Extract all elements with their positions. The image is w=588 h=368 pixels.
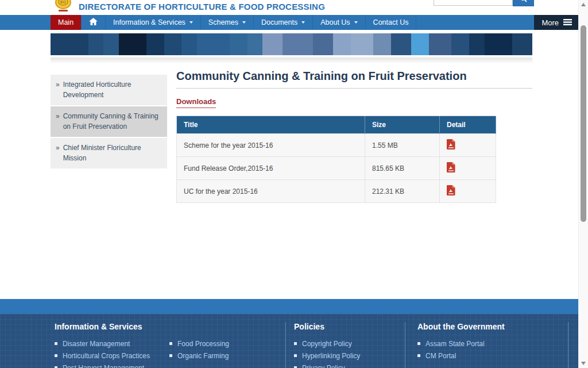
column-header-title: Title (177, 116, 365, 134)
banner-band (313, 33, 333, 55)
sidebar-item-label: Integrated Horticulture Development (63, 79, 163, 100)
banner-band (429, 33, 452, 55)
government-emblem-icon: EO (54, 0, 72, 13)
more-label: More (541, 18, 559, 27)
banner-band (88, 33, 103, 55)
column-header-detail: Detail (440, 116, 496, 134)
scroll-up-arrow-icon[interactable] (581, 3, 586, 6)
square-bullet-icon (169, 342, 172, 345)
square-bullet-icon (294, 354, 297, 357)
scroll-down-arrow-icon[interactable] (581, 362, 586, 365)
footer-link-label: Copyright Policy (302, 340, 352, 348)
banner-band (230, 33, 247, 55)
sidebar-item-community-canning-training-on-fruit-preservation[interactable]: »Community Canning & Training on Fruit P… (51, 106, 167, 137)
banner-band (197, 33, 230, 55)
banner-band (373, 33, 391, 55)
banner-band (164, 33, 182, 55)
footer-section-policies: PoliciesCopyright PolicyHyperlinking Pol… (286, 322, 405, 368)
footer-link-column: Disaster ManagementHorticultural Crops P… (55, 338, 169, 368)
banner-band (181, 33, 196, 55)
nav-item-contact-us[interactable]: Contact Us (365, 15, 417, 30)
nav-item-schemes[interactable]: Schemes (200, 15, 253, 30)
page-title: Community Canning & Training on Fruit Pr… (176, 70, 532, 89)
pdf-icon[interactable] (447, 139, 455, 150)
footer-link-organic-farming[interactable]: Organic Farming (169, 350, 284, 362)
footer-link-label: Disaster Management (63, 340, 130, 348)
nav-item-about-us[interactable]: About Us (312, 15, 365, 30)
downloads-heading: Downloads (176, 97, 216, 108)
sidebar-item-label: Community Canning & Training on Fruit Pr… (63, 111, 163, 132)
more-button[interactable]: More (534, 15, 578, 30)
table-row: Fund Release Order,2015-16815.65 KB (177, 157, 496, 180)
footer-link-label: Post Harvest Management (63, 364, 144, 368)
chevron-down-icon (242, 21, 246, 24)
double-chevron-icon: » (56, 111, 60, 132)
banner-band (451, 33, 469, 55)
banner-band (119, 33, 146, 55)
footer-link-columns: Copyright PolicyHyperlinking PolicyPriva… (294, 338, 405, 368)
footer-link-food-processing[interactable]: Food Processing (169, 338, 284, 350)
chevron-down-icon (301, 21, 305, 24)
nav-item-label: About Us (320, 18, 350, 26)
main-navbar: MainInformation & ServicesSchemesDocumen… (0, 15, 578, 30)
table-row: Scheme for the year 2015-161.55 MB (177, 134, 496, 157)
downloads-table: TitleSizeDetail Scheme for the year 2015… (176, 116, 496, 203)
banner-band (411, 33, 429, 55)
footer-link-label: Organic Farming (177, 352, 229, 360)
sidebar-item-label: Chief Minister Floriculture Mission (63, 143, 163, 163)
sidebar-item-chief-minister-floriculture-mission[interactable]: »Chief Minister Floriculture Mission (51, 138, 167, 168)
sidebar-item-integrated-horticulture-development[interactable]: »Integrated Horticulture Development (51, 75, 167, 105)
footer-section-information-services: Information & ServicesDisaster Managemen… (55, 322, 286, 368)
nav-item-information-services[interactable]: Information & Services (105, 15, 200, 30)
nav-item-home[interactable] (81, 15, 105, 30)
banner-band (333, 33, 351, 55)
pdf-icon[interactable] (447, 185, 455, 195)
chevron-down-icon (354, 21, 358, 24)
footer-link-column: Copyright PolicyHyperlinking PolicyPriva… (294, 338, 405, 368)
footer-link-hyperlinking-policy[interactable]: Hyperlinking Policy (294, 350, 405, 362)
nav-item-label: Contact Us (373, 18, 409, 26)
search-bar (434, 0, 534, 6)
footer-link-disaster-management[interactable]: Disaster Management (55, 338, 169, 350)
table-row: UC for the year 2015-16212.31 KB (177, 180, 496, 203)
nav-item-main[interactable]: Main (51, 15, 81, 30)
search-input[interactable] (434, 0, 513, 6)
banner-band (351, 33, 374, 55)
footer-link-cm-portal[interactable]: CM Portal (417, 350, 532, 362)
search-button[interactable] (513, 0, 534, 6)
footer-link-label: Food Processing (177, 340, 229, 348)
banner-band (103, 33, 118, 55)
cell-title: UC for the year 2015-16 (177, 180, 365, 203)
banner-reflection (51, 57, 532, 63)
banner-band (283, 33, 313, 55)
double-chevron-icon: » (56, 79, 60, 100)
banner-band (247, 33, 262, 55)
footer-link-columns: Disaster ManagementHorticultural Crops P… (55, 338, 285, 368)
footer-section-title: Policies (294, 322, 405, 331)
cell-size: 1.55 MB (365, 134, 440, 157)
site-header: EO DIRECTORATE OF HORTICULTURE & FOOD PR… (0, 0, 578, 15)
scrollbar (578, 0, 588, 368)
footer-link-horticultural-crops-practices[interactable]: Horticultural Crops Practices (55, 350, 169, 362)
footer-section-about-the-government: About the GovernmentAssam State PortalCM… (405, 322, 568, 368)
pdf-icon[interactable] (447, 162, 455, 172)
cell-size: 815.65 KB (365, 157, 440, 180)
cell-size: 212.31 KB (365, 180, 440, 203)
chevron-down-icon (189, 21, 193, 24)
footer-link-label: Hyperlinking Policy (302, 352, 360, 360)
footer-link-post-harvest-management[interactable]: Post Harvest Management (55, 362, 169, 368)
banner-band (485, 33, 512, 55)
square-bullet-icon (294, 342, 297, 345)
footer-accent-band (0, 299, 578, 314)
footer-link-copyright-policy[interactable]: Copyright Policy (294, 338, 405, 350)
cell-title: Scheme for the year 2015-16 (177, 134, 365, 157)
footer-link-assam-state-portal[interactable]: Assam State Portal (417, 338, 532, 350)
square-bullet-icon (55, 342, 57, 345)
footer-link-privacy-policy[interactable]: Privacy Policy (294, 362, 405, 368)
double-chevron-icon: » (56, 143, 60, 163)
nav-item-documents[interactable]: Documents (253, 15, 312, 30)
scrollbar-thumb[interactable] (581, 25, 586, 222)
table-header-row: TitleSizeDetail (177, 116, 496, 134)
footer-section-title: Information & Services (55, 322, 285, 331)
hamburger-icon (563, 18, 572, 27)
